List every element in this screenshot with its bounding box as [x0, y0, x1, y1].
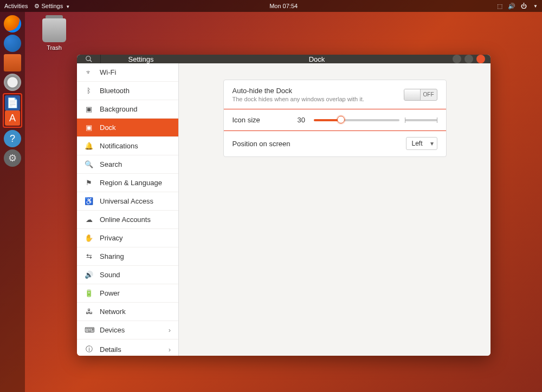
sidebar-item-label: Devices [100, 326, 125, 334]
position-value: Left [412, 140, 423, 147]
wifi-icon: ᯤ [85, 68, 93, 76]
sidebar-item-details[interactable]: ⓘDetails› [77, 339, 178, 356]
network-icon: 🖧 [85, 308, 93, 316]
svg-point-0 [86, 56, 90, 61]
sidebar-item-label: Dock [100, 123, 116, 132]
sidebar-item-devices[interactable]: ⌨Devices› [77, 321, 178, 339]
network-icon[interactable]: ⬚ [497, 3, 502, 10]
icon-size-label: Icon size [233, 116, 298, 124]
window-app-title: Settings [101, 55, 181, 63]
sidebar-item-notifications[interactable]: 🔔Notifications [77, 137, 178, 155]
search-icon [85, 55, 93, 63]
sidebar-item-label: Online Accounts [100, 215, 151, 224]
minimize-button[interactable] [453, 55, 461, 63]
settings-sidebar: ᯤWi-Fi ᛒBluetooth ▣Background ▣Dock 🔔Not… [77, 63, 179, 356]
sidebar-item-label: Sharing [100, 252, 124, 260]
dock-settings-panel: Auto-hide the Dock The dock hides when a… [223, 80, 447, 157]
sidebar-item-dock[interactable]: ▣Dock [77, 119, 178, 137]
position-dropdown[interactable]: Left [406, 137, 437, 150]
maximize-button[interactable] [464, 55, 473, 63]
sidebar-item-background[interactable]: ▣Background [77, 100, 178, 119]
firefox-icon[interactable] [4, 15, 21, 32]
power-icon[interactable]: ⏻ [521, 3, 527, 9]
sidebar-item-wifi[interactable]: ᯤWi-Fi [77, 63, 178, 82]
settings-content: Auto-hide the Dock The dock hides when a… [179, 63, 491, 356]
files-icon[interactable] [4, 54, 21, 71]
accessibility-icon: ♿ [85, 197, 93, 205]
sidebar-item-label: Power [100, 289, 120, 297]
devices-icon: ⌨ [85, 326, 93, 334]
sidebar-item-universal-access[interactable]: ♿Universal Access [77, 192, 178, 211]
cloud-icon: ☁ [85, 215, 93, 224]
autohide-row: Auto-hide the Dock The dock hides when a… [224, 80, 446, 109]
rhythmbox-icon[interactable] [4, 74, 21, 91]
background-icon: ▣ [85, 105, 93, 113]
sidebar-item-sound[interactable]: 🔊Sound [77, 266, 178, 284]
svg-line-1 [89, 60, 92, 62]
settings-window: Settings Dock ᯤWi-Fi ᛒBluetooth ▣Backgro… [77, 55, 491, 356]
sidebar-item-label: Privacy [100, 234, 123, 242]
sidebar-item-online-accounts[interactable]: ☁Online Accounts [77, 211, 178, 229]
icon-size-value: 30 [298, 116, 305, 124]
dock: 📄 A ? ⚙ [0, 12, 25, 392]
chevron-down-icon[interactable]: ▼ [533, 4, 538, 9]
region-icon: ⚑ [85, 179, 93, 187]
autohide-title: Auto-hide the Dock [233, 87, 404, 95]
ubuntu-software-icon[interactable]: A [5, 110, 20, 126]
autohide-toggle[interactable]: OFF [404, 89, 437, 101]
sidebar-item-region[interactable]: ⚑Region & Language [77, 174, 178, 192]
close-button[interactable] [476, 55, 485, 63]
sidebar-item-privacy[interactable]: ✋Privacy [77, 229, 178, 247]
share-icon: ⇆ [85, 252, 93, 260]
icon-size-slider[interactable] [314, 119, 399, 121]
bluetooth-icon: ᛒ [85, 87, 93, 95]
libreoffice-writer-icon[interactable]: 📄 [5, 95, 20, 110]
sidebar-item-power[interactable]: 🔋Power [77, 284, 178, 303]
search-button[interactable] [77, 55, 101, 63]
top-bar: Activities ⚙ Settings ▼ Mon 07:54 ⬚ 🔊 ⏻ … [0, 0, 542, 12]
position-row: Position on screen Left [224, 130, 446, 156]
slider-range-marks [405, 119, 437, 121]
chevron-right-icon: › [169, 345, 171, 354]
sidebar-item-label: Search [100, 160, 122, 168]
clock[interactable]: Mon 07:54 [70, 3, 497, 9]
volume-icon[interactable]: 🔊 [508, 3, 515, 10]
sidebar-item-search[interactable]: 🔍Search [77, 155, 178, 174]
chevron-right-icon: › [169, 326, 171, 334]
sidebar-item-label: Wi-Fi [100, 68, 116, 76]
hand-icon: ✋ [85, 234, 93, 242]
icon-size-row: Icon size 30 [223, 109, 447, 131]
sidebar-item-bluetooth[interactable]: ᛒBluetooth [77, 82, 178, 100]
titlebar: Settings Dock [77, 55, 491, 63]
sidebar-item-sharing[interactable]: ⇆Sharing [77, 247, 178, 266]
sound-icon: 🔊 [85, 271, 93, 279]
sidebar-item-label: Details [100, 345, 121, 354]
dock-highlight: 📄 A [3, 93, 22, 128]
thunderbird-icon[interactable] [4, 35, 21, 52]
details-icon: ⓘ [85, 344, 93, 354]
dock-icon: ▣ [85, 123, 93, 132]
slider-thumb[interactable] [337, 116, 345, 123]
settings-icon[interactable]: ⚙ [4, 149, 21, 167]
sidebar-item-label: Universal Access [100, 197, 153, 205]
sidebar-item-label: Notifications [100, 142, 138, 150]
toggle-state: OFF [421, 92, 437, 97]
toggle-knob [404, 89, 421, 100]
window-page-title: Dock [181, 55, 453, 63]
sidebar-item-label: Network [100, 308, 126, 316]
chevron-down-icon: ▼ [66, 4, 70, 9]
app-menu-label: Settings [41, 3, 63, 9]
sidebar-item-label: Sound [100, 271, 120, 279]
settings-icon: ⚙ [34, 3, 40, 9]
sidebar-item-label: Bluetooth [100, 87, 130, 95]
app-menu[interactable]: ⚙ Settings ▼ [34, 3, 70, 10]
trash-icon [42, 18, 66, 42]
trash-desktop-icon[interactable]: Trash [39, 18, 69, 51]
sidebar-item-label: Background [100, 105, 137, 113]
search-icon: 🔍 [85, 160, 93, 168]
sidebar-item-network[interactable]: 🖧Network [77, 303, 178, 321]
activities-button[interactable]: Activities [4, 3, 28, 9]
help-icon[interactable]: ? [4, 130, 21, 147]
battery-icon: 🔋 [85, 289, 93, 297]
bell-icon: 🔔 [85, 142, 93, 150]
